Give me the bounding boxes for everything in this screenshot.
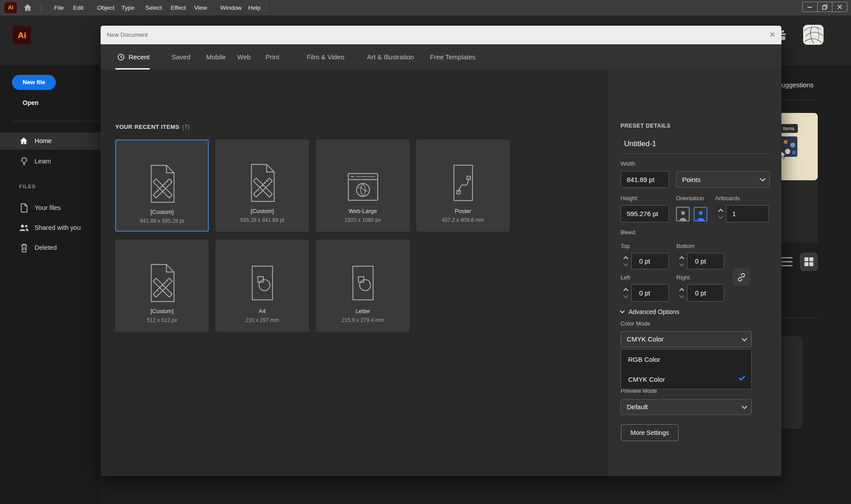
menu-edit[interactable]: Edit: [73, 0, 83, 16]
portrait-icon: [679, 210, 687, 221]
minimize-button[interactable]: [803, 2, 817, 12]
sidebar-item-deleted[interactable]: Deleted: [0, 239, 101, 256]
tab-recent[interactable]: Recent: [117, 44, 150, 70]
grid-view-button[interactable]: [800, 252, 818, 271]
close-window-button[interactable]: [832, 2, 847, 12]
width-input[interactable]: 841.89 pt: [621, 171, 669, 188]
list-view-icon[interactable]: [781, 256, 792, 268]
card-name: [Custom]: [150, 209, 173, 215]
tab-free-templates[interactable]: Free Templates: [430, 44, 476, 70]
sidebar-item-label: Your files: [35, 199, 61, 217]
new-file-button[interactable]: New file: [12, 75, 56, 90]
dialog-close-icon[interactable]: ✕: [769, 26, 776, 44]
menu-help[interactable]: Help: [248, 0, 261, 16]
stepper-down-icon[interactable]: [623, 261, 628, 266]
preview-mode-dropdown[interactable]: Default: [621, 399, 752, 415]
bleed-top-input[interactable]: 0 pt: [631, 253, 669, 269]
account-avatar[interactable]: [803, 25, 824, 45]
units-dropdown[interactable]: Points: [676, 171, 770, 188]
card-size: 210 x 297 mm: [245, 317, 279, 323]
sidebar-item-your-files[interactable]: Your files: [0, 199, 101, 217]
tab-web[interactable]: Web: [237, 44, 251, 70]
stepper-down-icon[interactable]: [679, 293, 684, 298]
clock-icon: [117, 54, 125, 61]
trash-icon: [20, 243, 28, 252]
patterns-badge-partial[interactable]: tterns: [781, 124, 798, 133]
bleed-link-button[interactable]: [733, 268, 750, 286]
home-icon: [19, 136, 28, 145]
recent-item-card[interactable]: Web-Large 1920 x 1080 px: [316, 140, 410, 232]
divider: [621, 153, 770, 154]
app-icon: Ai: [4, 2, 17, 13]
recent-item-card[interactable]: Poster 457.2 x 609.6 mm: [416, 140, 510, 232]
recent-item-card[interactable]: [Custom] 595.28 x 841.89 pt: [215, 140, 309, 232]
card-size: 215.9 x 279.4 mm: [341, 317, 384, 323]
stepper-down-icon[interactable]: [623, 293, 628, 298]
menu-view[interactable]: View: [194, 0, 207, 16]
recent-item-card[interactable]: [Custom] 841.89 x 595.28 pt: [115, 140, 209, 232]
sidebar-item-learn[interactable]: Learn: [0, 153, 101, 170]
recent-item-card[interactable]: A4 210 x 297 mm: [215, 240, 309, 332]
home-icon[interactable]: [23, 3, 32, 12]
recent-item-card[interactable]: Letter 215.9 x 279.4 mm: [316, 240, 410, 332]
advanced-options-toggle[interactable]: Advanced Options: [621, 308, 679, 315]
bleed-bottom-stepper[interactable]: [676, 253, 687, 269]
card-name: [Custom]: [150, 308, 173, 314]
sidebar-item-home[interactable]: Home: [0, 132, 101, 150]
menu-option-cmyk[interactable]: CMYK Color: [621, 369, 751, 389]
recent-item-card[interactable]: [Custom] 512 x 512 px: [115, 240, 209, 332]
card-size: 512 x 512 px: [147, 317, 177, 323]
card-size: 457.2 x 609.6 mm: [441, 217, 484, 223]
color-mode-dropdown[interactable]: CMYK Color: [621, 331, 752, 347]
illustrator-logo: Ai: [13, 26, 31, 44]
section-count: (7): [182, 124, 190, 130]
dialog-title-bar: New Document ✕: [101, 26, 781, 44]
stepper-down-icon[interactable]: [679, 261, 684, 266]
preset-details-panel: PRESET DETAILS Untitled-1 Width 841.89 p…: [609, 70, 781, 476]
stepper-up-icon[interactable]: [623, 288, 628, 293]
tab-saved[interactable]: Saved: [172, 44, 191, 70]
tab-film-video[interactable]: Film & Video: [307, 44, 344, 70]
suggestions-heading-partial: uggestions: [781, 81, 814, 89]
menu-select[interactable]: Select: [145, 0, 162, 16]
sidebar-item-shared-with-you[interactable]: Shared with you: [0, 219, 101, 236]
artboards-input[interactable]: 1: [726, 205, 769, 222]
menu-effect[interactable]: Effect: [171, 0, 186, 16]
bleed-right-stepper[interactable]: [676, 284, 687, 302]
stepper-down-icon[interactable]: [718, 214, 723, 219]
orientation-portrait-button[interactable]: [676, 207, 690, 221]
stepper-up-icon[interactable]: [679, 256, 684, 261]
bleed-right-input[interactable]: 0 pt: [687, 284, 724, 302]
open-button[interactable]: Open: [23, 99, 39, 106]
height-input[interactable]: 595.276 pt: [621, 205, 669, 222]
bleed-top-stepper[interactable]: [621, 253, 631, 269]
menu-object[interactable]: Object: [97, 0, 114, 16]
bleed-bottom-input[interactable]: 0 pt: [687, 253, 724, 269]
menu-separator: [41, 3, 41, 12]
illustrator-app: Ai File Edit Object Type Select Effect V…: [0, 0, 851, 504]
document-design-icon: [145, 240, 179, 306]
document-name-field[interactable]: Untitled-1: [624, 140, 656, 148]
card-name: Letter: [355, 308, 370, 314]
restore-button[interactable]: [817, 2, 832, 12]
menu-option-rgb[interactable]: RGB Color: [621, 349, 751, 369]
more-settings-button[interactable]: More Settings: [621, 424, 679, 441]
stepper-up-icon[interactable]: [679, 288, 684, 293]
card-size: 1920 x 1080 px: [344, 217, 381, 223]
stepper-up-icon[interactable]: [623, 256, 628, 261]
artboards-stepper[interactable]: [715, 205, 726, 222]
document-design-icon: [145, 140, 179, 207]
tab-print[interactable]: Print: [265, 44, 279, 70]
menu-type[interactable]: Type: [121, 0, 134, 16]
bleed-left-input[interactable]: 0 pt: [631, 284, 669, 302]
menu-file[interactable]: File: [54, 0, 64, 16]
tab-art-illustration[interactable]: Art & Illustration: [367, 44, 414, 70]
tab-mobile[interactable]: Mobile: [206, 44, 226, 70]
stepper-up-icon[interactable]: [718, 209, 723, 213]
bleed-left-stepper[interactable]: [621, 284, 631, 302]
checkmark-icon: [738, 374, 746, 381]
orientation-landscape-button[interactable]: [694, 207, 707, 221]
menu-window[interactable]: Window: [220, 0, 242, 16]
width-label: Width: [621, 160, 635, 167]
suggestion-card[interactable]: tterns: [781, 113, 818, 180]
